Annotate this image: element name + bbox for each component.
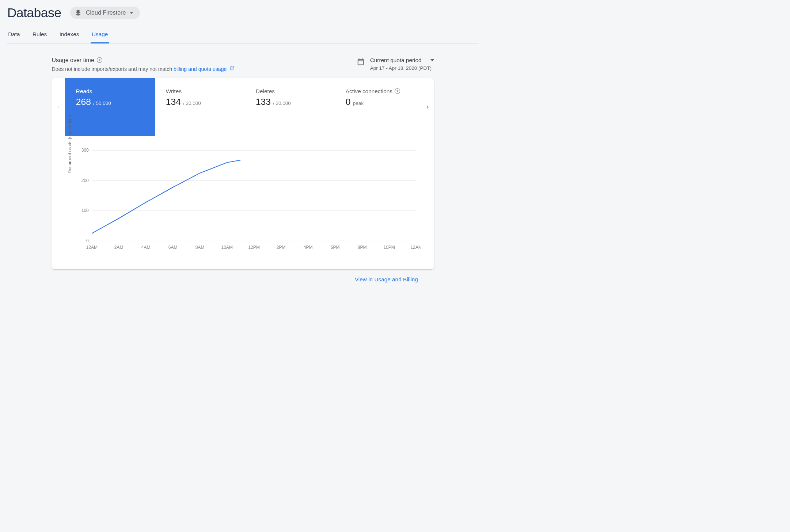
svg-text:100: 100 (81, 208, 89, 213)
svg-text:4AM: 4AM (141, 245, 151, 250)
metric-label: Writes (166, 88, 182, 95)
tab-data[interactable]: Data (7, 28, 21, 43)
svg-text:2PM: 2PM (277, 245, 286, 250)
chart-svg: 010020030012AM2AM4AM6AM8AM10AM12PM2PM4PM… (76, 145, 421, 255)
database-selector[interactable]: Cloud Firestore (70, 7, 140, 19)
svg-text:6PM: 6PM (331, 245, 340, 250)
metric-value: 134 (166, 97, 181, 107)
usage-card: Reads268/ 50,000Writes134/ 20,000Deletes… (52, 78, 434, 269)
svg-text:0: 0 (86, 238, 89, 243)
svg-text:12AM: 12AM (86, 245, 98, 250)
metric-quota: / 20,000 (273, 100, 291, 106)
tab-rules[interactable]: Rules (32, 28, 48, 43)
usage-subtitle: Does not include imports/exports and may… (52, 66, 235, 72)
view-billing-link[interactable]: View in Usage and Billing (355, 276, 418, 282)
svg-text:8PM: 8PM (358, 245, 367, 250)
chart-ylabel: Document reads (cumulative) (67, 115, 72, 174)
metric-quota: / 50,000 (93, 100, 111, 106)
tabs: Data Rules Indexes Usage (7, 28, 479, 43)
tab-usage[interactable]: Usage (91, 28, 109, 43)
metrics-next-button[interactable] (424, 103, 432, 111)
svg-text:6AM: 6AM (168, 245, 178, 250)
svg-text:200: 200 (81, 178, 89, 183)
database-selector-label: Cloud Firestore (86, 10, 126, 16)
usage-subtitle-prefix: Does not include imports/exports and may… (52, 66, 174, 72)
metric-peak: peak (353, 100, 364, 106)
page-title: Database (7, 5, 61, 20)
metric-label: Active connections (346, 88, 392, 95)
chart: Document reads (cumulative) 010020030012… (52, 136, 434, 269)
metrics-prev-button[interactable] (54, 103, 62, 111)
period-caret-icon (430, 59, 434, 61)
svg-text:10AM: 10AM (221, 245, 233, 250)
svg-text:12PM: 12PM (248, 245, 260, 250)
usage-title: Usage over time (52, 57, 94, 64)
svg-text:4PM: 4PM (304, 245, 313, 250)
metric-quota: / 20,000 (183, 100, 201, 106)
metric-deletes[interactable]: Deletes133/ 20,000 (245, 78, 335, 136)
caret-down-icon (130, 12, 133, 14)
metric-label: Deletes (256, 88, 275, 95)
metric-value: 0 (346, 97, 351, 107)
svg-text:2AM: 2AM (114, 245, 124, 250)
svg-text:10PM: 10PM (383, 245, 395, 250)
period-selector[interactable]: Current quota period Apr 17 - Apr 18, 20… (357, 57, 434, 71)
help-icon[interactable]: ? (395, 88, 400, 94)
metric-label: Reads (76, 88, 92, 95)
metric-writes[interactable]: Writes134/ 20,000 (155, 78, 245, 136)
firestore-icon (75, 9, 82, 16)
period-label: Current quota period (370, 57, 422, 64)
metric-value: 133 (256, 97, 271, 107)
calendar-icon (357, 58, 365, 66)
help-icon[interactable]: ? (97, 57, 102, 63)
metric-reads[interactable]: Reads268/ 50,000 (65, 78, 155, 136)
svg-text:8AM: 8AM (195, 245, 205, 250)
period-date: Apr 17 - Apr 18, 2020 (PDT) (370, 65, 434, 71)
metric-active-connections[interactable]: Active connections?0peak (335, 78, 425, 136)
svg-text:12AM: 12AM (410, 245, 421, 250)
tab-indexes[interactable]: Indexes (58, 28, 80, 43)
external-link-icon (230, 66, 235, 71)
svg-text:300: 300 (81, 148, 89, 153)
billing-link[interactable]: billing and quota usage (174, 66, 227, 72)
metrics-row: Reads268/ 50,000Writes134/ 20,000Deletes… (52, 78, 434, 136)
metric-value: 268 (76, 97, 91, 107)
